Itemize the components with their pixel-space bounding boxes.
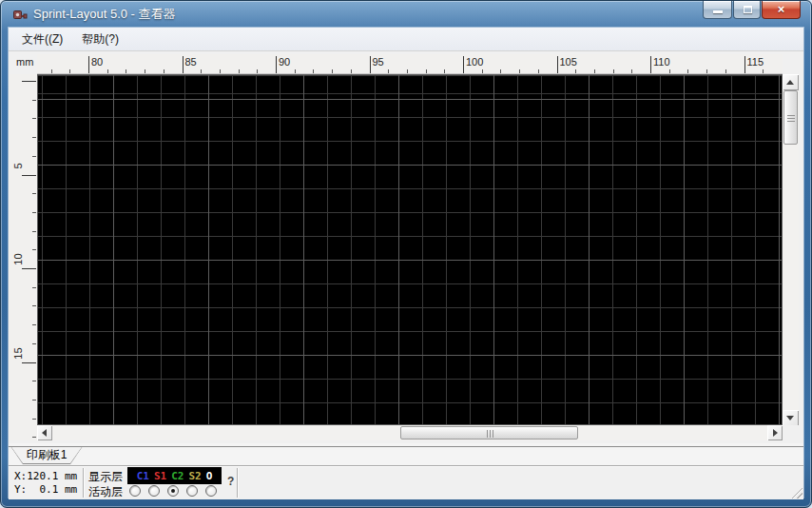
ruler-tick-label: 105 [560,56,577,68]
vertical-scroll-thumb[interactable] [783,90,798,145]
client-area: 文件((Z) 帮助(?) mm 80859095100105110115 051… [9,28,803,498]
display-layers-label: 显示层 [88,469,123,485]
ruler-tick-label: 15 [11,346,26,361]
ruler-tick-label: 0 [11,74,26,79]
ruler-minor-tick [687,69,688,73]
ruler-minor-tick [725,69,726,73]
display-layers-box: C1S1C2S2O [127,467,222,484]
scroll-up-button[interactable] [783,74,799,90]
maximize-icon [744,6,752,13]
ruler-minor-tick [32,156,36,157]
app-icon [12,7,28,22]
ruler-minor-tick [32,231,36,232]
layer-chip-O[interactable]: O [206,470,213,482]
ruler-minor-tick [519,69,520,73]
resize-grip[interactable] [790,486,802,498]
active-layer-radio-2[interactable] [148,485,160,497]
status-separator [237,468,238,498]
ruler-minor-tick [145,69,145,73]
ruler-minor-tick [669,69,670,73]
ruler-minor-tick [500,69,501,73]
vertical-scrollbar[interactable] [783,74,799,426]
active-layer-radio-3[interactable] [167,485,179,497]
ruler-tick-label: 5 [11,159,26,173]
ruler-tick-label: 95 [373,56,384,68]
ruler-major-tick [650,56,651,74]
ruler-minor-tick [351,69,352,73]
scroll-left-button[interactable] [37,425,52,440]
minimize-button[interactable] [703,1,732,19]
ruler-minor-tick [482,69,483,73]
ruler-unit-label: mm [10,54,37,74]
menu-item-help[interactable]: 帮助(?) [72,29,128,50]
ruler-major-tick [22,362,36,363]
scroll-right-button[interactable] [767,425,783,440]
status-bar: X:120.1 mm Y: 0.1 mm 显示层 活动层 C1S1C2S2O ? [9,465,803,499]
ruler-major-tick [557,56,558,74]
left-arrow-icon [42,429,47,437]
status-separator [83,468,84,498]
cursor-x-readout: X:120.1 mm [14,470,77,482]
ruler-minor-tick [332,69,333,73]
active-layer-radio-1[interactable] [129,485,141,497]
ruler-minor-tick [201,69,202,73]
ruler-minor-tick [313,69,314,73]
ruler-minor-tick [32,343,36,344]
ruler-tick-label: 80 [91,56,103,68]
scrollbar-corner [783,425,799,440]
ruler-minor-tick [613,69,614,73]
horizontal-scroll-thumb[interactable] [400,426,578,440]
layer-chip-S1[interactable]: S1 [154,470,166,482]
minimize-icon [713,10,723,13]
menu-item-file[interactable]: 文件((Z) [12,29,72,50]
ruler-minor-tick [594,69,595,73]
maximize-button[interactable] [733,1,761,19]
active-layer-radio-5[interactable] [205,485,217,497]
scroll-down-button[interactable] [783,410,799,426]
ruler-minor-tick [407,69,408,73]
ruler-minor-tick [32,100,36,101]
ruler-minor-tick [32,437,36,438]
cursor-y-readout: Y: 0.1 mm [14,483,77,496]
ruler-minor-tick [32,287,36,288]
board-tab-bar: 印刷板1 [9,443,803,465]
close-button[interactable]: × [762,1,801,19]
layer-chip-C1[interactable]: C1 [137,470,149,482]
horizontal-scrollbar[interactable] [37,425,783,440]
ruler-minor-tick [220,69,221,73]
ruler-major-tick [22,268,36,269]
ruler-minor-tick [164,69,164,73]
ruler-minor-tick [126,69,126,73]
ruler-minor-tick [575,69,576,73]
ruler-major-tick [744,56,745,74]
layer-chip-S2[interactable]: S2 [188,470,201,482]
close-icon: × [763,2,800,16]
down-arrow-icon [786,416,794,420]
horizontal-ruler: 80859095100105110115 [37,54,783,74]
vertical-ruler: 051015 [9,74,37,440]
ruler-minor-tick [538,69,539,73]
layer-chip-C2[interactable]: C2 [171,470,184,482]
tab-bar-line [9,446,803,447]
ruler-minor-tick [763,69,764,73]
active-layer-radio-4[interactable] [186,485,198,497]
ruler-minor-tick [32,212,36,213]
help-button[interactable]: ? [227,475,234,488]
tab-board1[interactable]: 印刷板1 [10,446,83,464]
ruler-major-tick [88,56,89,74]
ruler-tick-label: 115 [747,56,764,68]
tab-board1-label: 印刷板1 [11,447,82,463]
ruler-minor-tick [32,305,36,306]
ruler-minor-tick [32,419,36,420]
ruler-major-tick [22,175,36,176]
title-bar[interactable]: Sprint-Layout 5.0 - 查看器 × [1,1,811,28]
ruler-major-tick [463,56,464,74]
ruler-minor-tick [32,137,36,138]
ruler-major-tick [183,56,184,74]
menu-bar: 文件((Z) 帮助(?) [9,28,803,51]
pcb-canvas[interactable] [37,74,783,425]
ruler-minor-tick [32,118,36,119]
active-layer-radios [129,485,217,497]
ruler-minor-tick [32,324,36,325]
ruler-minor-tick [51,69,52,73]
